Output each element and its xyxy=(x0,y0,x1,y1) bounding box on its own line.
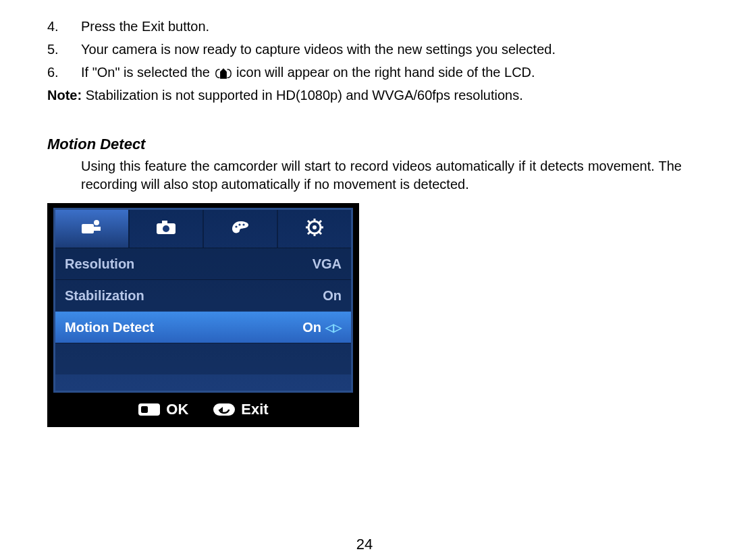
section-title-motion-detect: Motion Detect xyxy=(47,136,682,153)
row-label: Stabilization xyxy=(65,288,144,304)
palette-icon xyxy=(231,220,250,237)
svg-line-15 xyxy=(308,221,310,223)
camera-menu-screenshot: Resolution VGA Stabilization On Motion D… xyxy=(47,203,359,427)
tab-photo[interactable] xyxy=(130,210,204,248)
exit-hint: Exit xyxy=(213,401,268,418)
ok-hint: OK xyxy=(138,401,188,418)
row-value: VGA xyxy=(313,256,342,272)
step-6: 6. If "On" is selected the icon will app… xyxy=(47,61,682,84)
note-line: Note: Stabilization is not supported in … xyxy=(47,88,682,103)
tab-effects[interactable] xyxy=(204,210,278,248)
svg-point-8 xyxy=(242,223,244,225)
step-number: 6. xyxy=(47,61,81,84)
svg-rect-4 xyxy=(162,221,167,224)
menu-row-stabilization[interactable]: Stabilization On xyxy=(55,279,351,311)
step-text: Press the Exit button. xyxy=(81,15,682,38)
step-5: 5. Your camera is now ready to capture v… xyxy=(47,38,682,61)
row-value: On xyxy=(323,288,342,304)
row-value: On xyxy=(302,320,321,335)
step-4: 4. Press the Exit button. xyxy=(47,15,682,38)
exit-label: Exit xyxy=(241,401,268,418)
svg-point-10 xyxy=(313,225,317,229)
svg-point-7 xyxy=(238,223,240,225)
left-right-arrows-icon: ◁▷ xyxy=(325,321,342,334)
manual-page: 4. Press the Exit button. 5. Your camera… xyxy=(0,0,729,560)
camera-icon xyxy=(156,220,176,237)
svg-rect-20 xyxy=(141,406,148,413)
svg-line-18 xyxy=(308,231,310,234)
menu-row-resolution[interactable]: Resolution VGA xyxy=(55,248,351,279)
section-body: Using this feature the camcorder will st… xyxy=(81,157,682,194)
step-text: Your camera is now ready to capture vide… xyxy=(81,38,682,61)
tab-video[interactable] xyxy=(55,210,130,248)
note-text: Stabilization is not supported in HD(108… xyxy=(82,88,523,103)
page-number: 24 xyxy=(0,536,729,553)
svg-line-16 xyxy=(319,231,321,234)
menu-tabs xyxy=(55,210,351,248)
menu-footer: OK Exit xyxy=(48,393,358,426)
svg-line-17 xyxy=(319,221,321,223)
svg-point-5 xyxy=(163,225,169,232)
row-label: Resolution xyxy=(65,256,134,272)
gear-icon xyxy=(306,219,323,239)
menu-row-empty xyxy=(55,343,351,374)
step-6-post: icon will appear on the right hand side … xyxy=(236,65,535,80)
step-number: 5. xyxy=(47,38,81,61)
row-value-wrap: On ◁▷ xyxy=(302,320,342,335)
svg-rect-21 xyxy=(213,403,235,416)
menu-rows: Resolution VGA Stabilization On Motion D… xyxy=(55,248,351,391)
tab-settings[interactable] xyxy=(278,210,351,248)
svg-rect-0 xyxy=(82,224,94,233)
ok-label: OK xyxy=(166,401,188,418)
step-6-pre: If "On" is selected the xyxy=(81,65,214,80)
note-label: Note: xyxy=(47,88,82,103)
step-text: If "On" is selected the icon will appear… xyxy=(81,61,682,84)
step-number: 4. xyxy=(47,15,81,38)
stabilization-icon xyxy=(214,66,233,81)
row-label: Motion Detect xyxy=(65,320,154,335)
menu-row-motion-detect[interactable]: Motion Detect On ◁▷ xyxy=(55,311,351,343)
video-camera-icon xyxy=(80,219,103,239)
svg-rect-2 xyxy=(94,227,101,231)
menu-panel: Resolution VGA Stabilization On Motion D… xyxy=(53,208,353,393)
svg-point-1 xyxy=(94,220,99,225)
svg-point-6 xyxy=(235,225,237,227)
